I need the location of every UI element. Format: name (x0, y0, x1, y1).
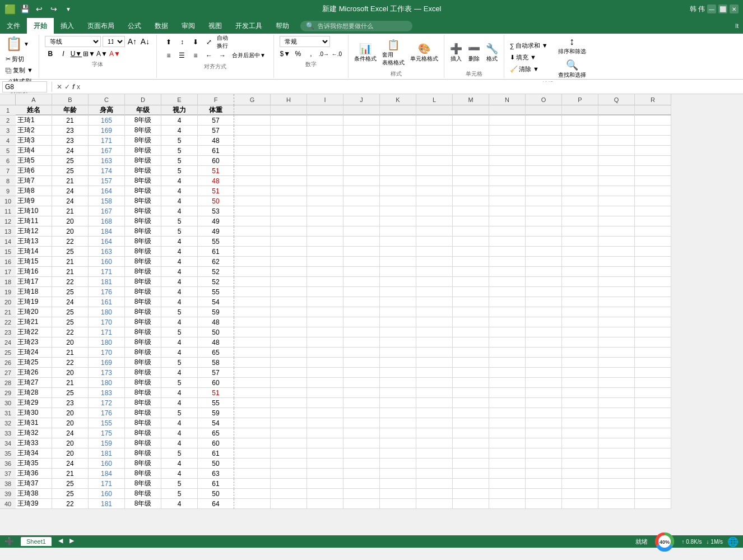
cell-r8-c6[interactable] (234, 176, 271, 186)
cell-r1-c5[interactable]: 体重 (198, 105, 234, 115)
cell-r23-c3[interactable]: 8年级 (125, 327, 161, 337)
row-number-37[interactable]: 37 (0, 469, 16, 479)
cell-r4-c4[interactable]: 5 (161, 136, 198, 146)
cell-r35-c9[interactable] (343, 448, 380, 459)
cell-r3-c12[interactable] (453, 126, 489, 136)
cell-r21-c8[interactable] (307, 307, 343, 317)
tab-home[interactable]: 开始 (27, 18, 54, 34)
cell-r28-c1[interactable]: 21 (52, 378, 89, 388)
cell-r13-c15[interactable] (562, 226, 598, 237)
cell-r21-c2[interactable]: 180 (89, 307, 125, 317)
cell-r10-c8[interactable] (307, 196, 343, 206)
restore-btn[interactable]: ⬜ (718, 4, 727, 13)
cell-r19-c12[interactable] (453, 287, 489, 297)
cell-r35-c17[interactable] (635, 448, 671, 459)
cell-r3-c10[interactable] (380, 126, 416, 136)
cell-r13-c2[interactable]: 184 (89, 226, 125, 237)
cell-r9-c10[interactable] (380, 186, 416, 196)
cell-r1-c0[interactable]: 姓名 (16, 105, 52, 115)
cell-r15-c10[interactable] (380, 247, 416, 257)
col-header-H[interactable]: H (271, 94, 307, 105)
cell-r20-c17[interactable] (635, 297, 671, 307)
cell-r2-c15[interactable] (562, 115, 598, 126)
cell-r4-c14[interactable] (526, 136, 562, 146)
cell-r15-c8[interactable] (307, 247, 343, 257)
cell-r10-c16[interactable] (598, 196, 635, 206)
cell-r30-c5[interactable]: 55 (198, 398, 234, 408)
cell-r16-c9[interactable] (343, 257, 380, 267)
cell-r35-c13[interactable] (489, 448, 526, 459)
cell-r29-c8[interactable] (307, 388, 343, 398)
cell-r3-c2[interactable]: 169 (89, 126, 125, 136)
cell-r27-c16[interactable] (598, 368, 635, 378)
cell-r25-c1[interactable]: 21 (52, 348, 89, 358)
cell-r18-c2[interactable]: 181 (89, 277, 125, 287)
row-number-35[interactable]: 35 (0, 448, 16, 459)
cell-r26-c10[interactable] (380, 358, 416, 368)
cell-r31-c17[interactable] (635, 408, 671, 418)
cell-r17-c14[interactable] (526, 267, 562, 277)
cell-r19-c7[interactable] (271, 287, 307, 297)
cell-r3-c0[interactable]: 王琦2 (16, 126, 52, 136)
cell-r27-c4[interactable]: 4 (161, 368, 198, 378)
cell-r31-c3[interactable]: 8年级 (125, 408, 161, 418)
cell-r16-c15[interactable] (562, 257, 598, 267)
tab-page-layout[interactable]: 页面布局 (81, 18, 121, 34)
row-number-16[interactable]: 16 (0, 257, 16, 267)
cell-r34-c4[interactable]: 4 (161, 438, 198, 448)
cell-r5-c15[interactable] (562, 146, 598, 156)
cell-r20-c8[interactable] (307, 297, 343, 307)
cell-r13-c6[interactable] (234, 226, 271, 237)
cell-r22-c6[interactable] (234, 317, 271, 327)
cell-r13-c7[interactable] (271, 226, 307, 237)
table-format-btn[interactable]: 📋 套用表格格式 (380, 38, 407, 68)
cell-r4-c8[interactable] (307, 136, 343, 146)
cell-r38-c11[interactable] (416, 479, 453, 489)
cell-r24-c9[interactable] (343, 337, 380, 348)
cell-r38-c12[interactable] (453, 479, 489, 489)
cell-r14-c10[interactable] (380, 237, 416, 247)
cell-r37-c6[interactable] (234, 469, 271, 479)
merge-center-btn[interactable]: 合并后居中▼ (230, 50, 268, 61)
cell-r9-c3[interactable]: 8年级 (125, 186, 161, 196)
cell-r23-c10[interactable] (380, 327, 416, 337)
cell-r16-c2[interactable]: 160 (89, 257, 125, 267)
cell-r19-c0[interactable]: 王琦18 (16, 287, 52, 297)
cell-r33-c13[interactable] (489, 428, 526, 438)
tab-developer[interactable]: 开发工具 (229, 18, 269, 34)
cell-r19-c14[interactable] (526, 287, 562, 297)
cell-r7-c8[interactable] (307, 166, 343, 176)
tab-data[interactable]: 数据 (148, 18, 175, 34)
cell-r39-c4[interactable]: 5 (161, 489, 198, 499)
cell-r3-c17[interactable] (635, 126, 671, 136)
cell-r31-c12[interactable] (453, 408, 489, 418)
cell-r30-c17[interactable] (635, 398, 671, 408)
cell-r15-c13[interactable] (489, 247, 526, 257)
cell-r21-c17[interactable] (635, 307, 671, 317)
cell-r6-c0[interactable]: 王琦5 (16, 156, 52, 166)
font-name-select[interactable]: 等线 (45, 36, 101, 47)
cell-r33-c3[interactable]: 8年级 (125, 428, 161, 438)
cell-r32-c9[interactable] (343, 418, 380, 428)
cell-r27-c1[interactable]: 20 (52, 368, 89, 378)
cell-r14-c2[interactable]: 164 (89, 237, 125, 247)
row-number-24[interactable]: 24 (0, 337, 16, 348)
cell-r9-c16[interactable] (598, 186, 635, 196)
cell-r19-c15[interactable] (562, 287, 598, 297)
paste-btn[interactable]: 📋 ▼ (3, 35, 35, 53)
cell-r6-c9[interactable] (343, 156, 380, 166)
cell-r29-c14[interactable] (526, 388, 562, 398)
cell-r31-c9[interactable] (343, 408, 380, 418)
cell-r26-c11[interactable] (416, 358, 453, 368)
cell-r7-c2[interactable]: 174 (89, 166, 125, 176)
col-header-P[interactable]: P (562, 94, 598, 105)
decrease-indent-btn[interactable]: ← (203, 49, 215, 62)
cell-r10-c2[interactable]: 158 (89, 196, 125, 206)
col-header-G[interactable]: G (234, 94, 271, 105)
cell-r32-c4[interactable]: 4 (161, 418, 198, 428)
cell-r36-c11[interactable] (416, 459, 453, 469)
copy-btn[interactable]: ⿻ 复制 ▼ (3, 65, 35, 76)
qat-redo[interactable]: ↪ (48, 3, 59, 15)
cell-r15-c15[interactable] (562, 247, 598, 257)
cell-r18-c15[interactable] (562, 277, 598, 287)
